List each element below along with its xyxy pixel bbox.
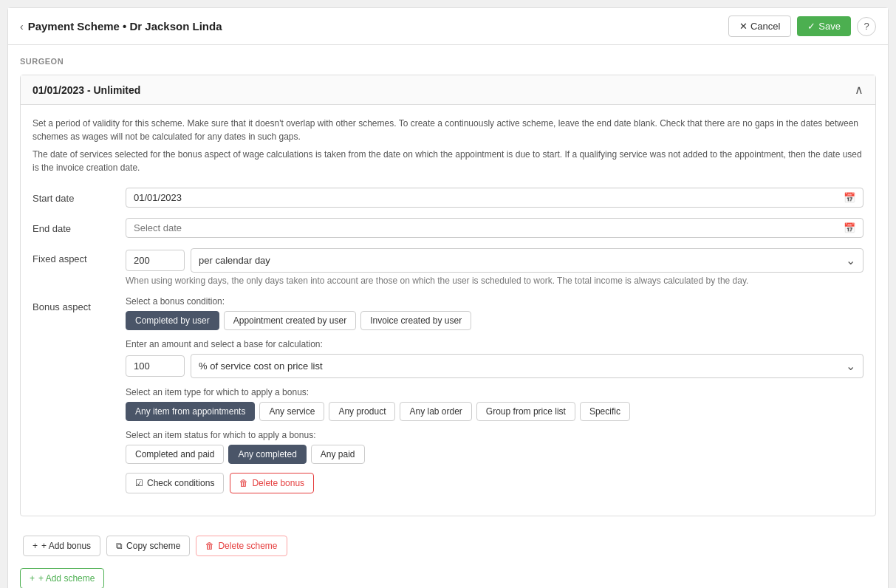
page-title: Payment Scheme • Dr Jackson Linda xyxy=(28,20,222,33)
fixed-aspect-dropdown-value: per calendar day xyxy=(199,255,270,266)
scheme-header-title: 01/01/2023 - Unlimited xyxy=(33,84,140,96)
delete-scheme-label: Delete scheme xyxy=(218,541,277,551)
amount-dropdown-arrow-icon: ⌄ xyxy=(846,359,855,373)
info-text-1: Set a period of validity for this scheme… xyxy=(33,117,863,143)
end-date-label: End date xyxy=(33,218,114,234)
scheme-card: 01/01/2023 - Unlimited ∧ Set a period of… xyxy=(20,75,876,516)
item-type-group: Any item from appointments Any service A… xyxy=(126,402,863,421)
fixed-row: per calendar day ⌄ xyxy=(126,248,863,273)
bonus-section: Select a bonus condition: Completed by u… xyxy=(126,296,863,493)
btn-any-completed[interactable]: Any completed xyxy=(228,445,306,464)
bonus-aspect-row: Bonus aspect Select a bonus condition: C… xyxy=(33,296,863,493)
checkmark-icon: ✓ xyxy=(807,21,815,32)
btn-any-service[interactable]: Any service xyxy=(259,402,324,421)
fixed-helper-text: When using working days, the only days t… xyxy=(126,276,863,286)
item-type-label: Select an item type for which to apply a… xyxy=(126,387,863,397)
top-bar: ‹ Payment Scheme • Dr Jackson Linda ✕ Ca… xyxy=(8,8,888,45)
fixed-value-input[interactable] xyxy=(126,250,185,271)
item-status-label: Select an item status for which to apply… xyxy=(126,430,863,440)
cancel-icon: ✕ xyxy=(739,21,748,32)
amount-dropdown-value: % of service cost on price list xyxy=(199,360,323,372)
start-date-row: Start date 📅 xyxy=(33,188,863,208)
btn-completed-and-paid[interactable]: Completed and paid xyxy=(126,445,224,464)
fixed-aspect-row: Fixed aspect per calendar day ⌄ When usi… xyxy=(33,248,863,286)
start-date-input-area: 📅 xyxy=(126,188,863,208)
cancel-button[interactable]: ✕ Cancel xyxy=(728,16,791,37)
amount-label: Enter an amount and select a base for ca… xyxy=(126,339,863,349)
check-conditions-button[interactable]: ☑ Check conditions xyxy=(126,473,224,493)
chevron-up-icon: ∧ xyxy=(855,83,863,97)
start-date-label: Start date xyxy=(33,188,114,204)
btn-any-paid[interactable]: Any paid xyxy=(311,445,365,464)
end-date-field[interactable] xyxy=(134,222,844,233)
check-icon: ☑ xyxy=(135,478,143,488)
btn-any-lab-order[interactable]: Any lab order xyxy=(400,402,471,421)
dropdown-arrow-icon: ⌄ xyxy=(846,253,855,267)
copy-scheme-button[interactable]: ⧉ Copy scheme xyxy=(106,536,190,556)
bonus-aspect-label: Bonus aspect xyxy=(33,296,114,312)
item-status-group: Completed and paid Any completed Any pai… xyxy=(126,445,863,464)
amount-dropdown[interactable]: % of service cost on price list ⌄ xyxy=(191,354,863,378)
calendar-icon: 📅 xyxy=(844,192,855,203)
add-scheme-label: + Add scheme xyxy=(38,573,95,584)
add-scheme-button[interactable]: + + Add scheme xyxy=(20,568,104,588)
delete-bonus-button[interactable]: 🗑 Delete bonus xyxy=(230,473,314,493)
trash-icon: 🗑 xyxy=(239,478,248,488)
btn-group-from-price-list[interactable]: Group from price list xyxy=(476,402,575,421)
back-button[interactable]: ‹ xyxy=(20,21,24,33)
end-date-input-area: 📅 xyxy=(126,218,863,238)
btn-any-product[interactable]: Any product xyxy=(329,402,395,421)
btn-completed-by-user[interactable]: Completed by user xyxy=(126,311,219,330)
scheme-footer: + + Add bonus ⧉ Copy scheme 🗑 Delete sch… xyxy=(20,528,876,556)
copy-scheme-label: Copy scheme xyxy=(126,541,180,551)
content-area: SURGEON 01/01/2023 - Unlimited ∧ Set a p… xyxy=(8,45,888,588)
delete-bonus-label: Delete bonus xyxy=(252,478,304,488)
add-bonus-button[interactable]: + + Add bonus xyxy=(23,536,100,556)
fixed-aspect-dropdown[interactable]: per calendar day ⌄ xyxy=(191,248,863,273)
start-date-field[interactable] xyxy=(134,192,844,203)
end-date-row: End date 📅 xyxy=(33,218,863,238)
amount-row: % of service cost on price list ⌄ xyxy=(126,354,863,378)
fixed-aspect-label: Fixed aspect xyxy=(33,248,114,264)
scheme-body: Set a period of validity for this scheme… xyxy=(21,105,875,516)
delete-scheme-button[interactable]: 🗑 Delete scheme xyxy=(196,536,287,556)
amount-input[interactable] xyxy=(126,355,185,377)
add-icon: + xyxy=(33,541,38,551)
bonus-actions: ☑ Check conditions 🗑 Delete bonus xyxy=(126,473,863,493)
bonus-condition-label: Select a bonus condition: xyxy=(126,296,863,307)
check-conditions-label: Check conditions xyxy=(147,478,214,488)
end-date-input[interactable]: 📅 xyxy=(126,218,863,238)
add-bonus-label: + Add bonus xyxy=(41,541,91,551)
help-button[interactable]: ? xyxy=(857,17,876,36)
fixed-aspect-input-area: per calendar day ⌄ When using working da… xyxy=(126,248,863,286)
info-text-2: The date of services selected for the bo… xyxy=(33,148,863,174)
top-bar-right: ✕ Cancel ✓ Save ? xyxy=(728,16,876,37)
btn-specific[interactable]: Specific xyxy=(580,402,630,421)
delete-scheme-icon: 🗑 xyxy=(205,541,214,551)
start-date-input[interactable]: 📅 xyxy=(126,188,863,208)
scheme-header[interactable]: 01/01/2023 - Unlimited ∧ xyxy=(21,75,875,105)
top-bar-left: ‹ Payment Scheme • Dr Jackson Linda xyxy=(20,20,222,33)
save-button[interactable]: ✓ Save xyxy=(797,16,851,36)
calendar-icon-end: 📅 xyxy=(844,222,855,233)
btn-any-item-appointments[interactable]: Any item from appointments xyxy=(126,402,255,421)
btn-invoice-created[interactable]: Invoice created by user xyxy=(360,311,471,330)
add-scheme-icon: + xyxy=(30,573,35,584)
btn-appointment-created[interactable]: Appointment created by user xyxy=(224,311,356,330)
bonus-condition-group: Completed by user Appointment created by… xyxy=(126,311,863,330)
section-label: SURGEON xyxy=(20,57,876,66)
copy-icon: ⧉ xyxy=(116,541,123,551)
